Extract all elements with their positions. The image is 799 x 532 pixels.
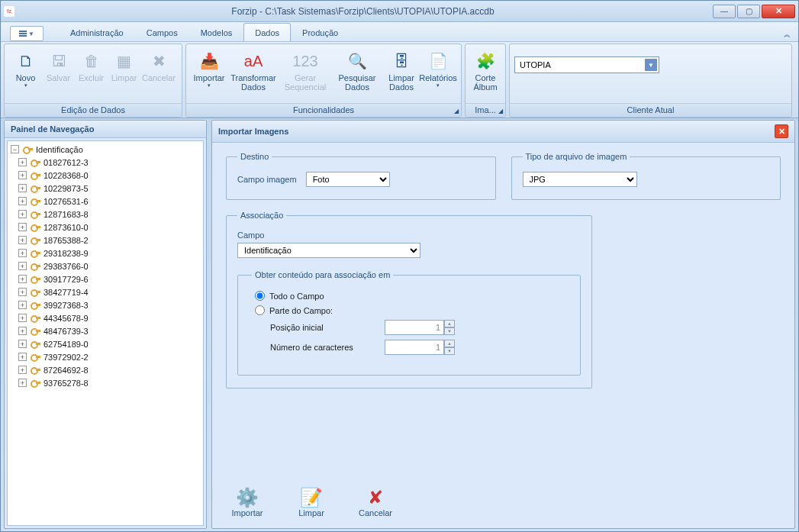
campo-imagem-select[interactable]: Foto [306,172,390,187]
novo-button[interactable]: 🗋Novo▾ [9,47,42,89]
cancelar-button[interactable]: ✖Cancelar [140,47,177,82]
spinner-down-icon[interactable]: ▼ [444,327,455,335]
transformar-button[interactable]: aATransformar Dados [227,47,279,92]
pesquisar-button[interactable]: 🔍Pesquisar Dados [331,47,383,92]
tab-administração[interactable]: Administração [59,23,135,41]
expand-icon[interactable]: + [18,340,27,348]
expand-icon[interactable]: + [18,262,27,270]
expand-icon[interactable]: + [18,379,27,387]
tipo-group: Tipo de arquivo de imagem JPG [511,152,781,200]
expand-icon[interactable]: + [18,158,27,166]
tree-item[interactable]: +38427719-4 [8,285,203,298]
todo-campo-label: Todo o Campo [269,292,324,301]
import-icon: 📥 [197,49,221,73]
limpar-dados-button[interactable]: 🗄Limpar Dados [383,47,420,92]
corte-album-button[interactable]: 🧩Corte Álbum [470,47,501,92]
tree-item[interactable]: +12871683-8 [8,208,203,221]
cancelar-action-button[interactable]: ✘Cancelar [354,487,397,517]
tree-item[interactable]: +48476739-3 [8,324,203,337]
tree-item-label: 38427719-4 [43,288,89,297]
close-button[interactable]: ✕ [762,5,795,18]
tree-item-label: 10229873-5 [43,184,89,193]
tree-item-label: 01827612-3 [43,158,89,167]
tree-item[interactable]: +62754189-0 [8,337,203,350]
cliente-value: UTOPIA [520,60,551,69]
expand-icon[interactable]: + [18,210,27,218]
cliente-select[interactable]: UTOPIA ▼ [514,56,659,73]
minimize-button[interactable]: — [713,5,736,18]
expand-icon[interactable]: + [18,275,27,283]
expand-icon[interactable]: + [18,327,27,335]
todo-campo-radio[interactable] [255,291,265,301]
tab-modelos[interactable]: Modelos [189,23,244,41]
ribbon-collapse-icon[interactable]: ︽ [781,28,794,41]
panel-close-button[interactable]: ✕ [775,124,788,138]
pos-input[interactable] [385,320,444,335]
tree-item[interactable]: +30917729-6 [8,272,203,285]
menubar: ▼ AdministraçãoCamposModelosDadosProduçã… [1,22,798,42]
tree-item[interactable]: +44345678-9 [8,311,203,324]
tree-item[interactable]: +29383766-0 [8,260,203,272]
relatorios-button[interactable]: 📄Relatórios▾ [420,47,456,89]
spinner-up-icon[interactable]: ▲ [444,320,455,327]
expand-icon[interactable]: + [18,353,27,361]
tab-campos[interactable]: Campos [135,23,189,41]
expand-icon[interactable]: + [18,223,27,231]
tree-item[interactable]: +18765388-2 [8,234,203,247]
expand-icon[interactable]: + [18,366,27,374]
parte-campo-radio[interactable] [255,305,265,315]
expand-icon[interactable]: + [18,249,27,257]
tree-item[interactable]: +73972902-2 [8,350,203,363]
tree-root[interactable]: −Identificação [8,143,203,156]
tipo-select[interactable]: JPG [523,172,637,187]
collapse-icon[interactable]: − [11,145,19,153]
key-icon [31,237,41,244]
limpar-button[interactable]: ▦Limpar [108,47,140,82]
expand-icon[interactable]: + [18,288,27,296]
tab-produção[interactable]: Produção [291,23,350,41]
limpar-action-button[interactable]: 📝Limpar [290,487,333,517]
maximize-button[interactable]: ▢ [737,5,760,18]
expand-icon[interactable]: + [18,314,27,322]
expand-icon[interactable]: + [18,301,27,309]
gerar-button[interactable]: 123Gerar Sequencial [279,47,331,92]
campo-select[interactable]: Identificação [237,243,420,258]
nav-title: Painel de Navegação [5,121,206,138]
app-menu-button[interactable]: ▼ [10,26,43,41]
tab-dados[interactable]: Dados [243,23,291,41]
expand-icon[interactable]: + [18,236,27,244]
tree-item[interactable]: +29318238-9 [8,247,203,260]
expand-icon[interactable]: + [18,171,27,179]
key-icon [31,159,41,166]
group-launcher-icon[interactable]: ◢ [454,108,459,114]
search-db-icon: 🔍 [345,49,369,73]
key-icon [31,172,41,179]
tree-item[interactable]: +39927368-3 [8,298,203,311]
excluir-button[interactable]: 🗑Excluir [75,47,108,82]
expand-icon[interactable]: + [18,197,27,205]
tree-item[interactable]: +12873610-0 [8,221,203,234]
tree-item-label: 10228368-0 [43,171,89,180]
importar-ribbon-button[interactable]: 📥Importar▾ [191,47,227,89]
importar-action-button[interactable]: ⚙️Importar [226,487,269,517]
expand-icon[interactable]: + [18,184,27,192]
tree-item-label: 44345678-9 [43,314,89,323]
num-input[interactable] [385,340,444,355]
nav-tree[interactable]: −Identificação+01827612-3+10228368-0+102… [7,140,204,526]
tree-item[interactable]: +87264692-8 [8,363,203,376]
key-icon [31,314,41,322]
group-launcher-icon[interactable]: ◢ [498,108,503,114]
tree-item[interactable]: +01827612-3 [8,156,203,169]
spinner-up-icon[interactable]: ▲ [444,340,455,347]
titlebar: fz Forzip - C:\Task Sistemas\Forzip\Clie… [1,1,798,22]
tree-item[interactable]: +10228368-0 [8,169,203,182]
album-icon: 🧩 [473,49,498,73]
tree-item[interactable]: +10229873-5 [8,182,203,195]
key-icon [31,366,41,374]
tree-item[interactable]: +10276531-6 [8,195,203,208]
group-title-cliente: Cliente Atual [510,103,791,117]
salvar-button[interactable]: 🖫Salvar [42,47,75,82]
spinner-down-icon[interactable]: ▼ [444,347,455,355]
assoc-group: Associação Campo Identificação Obter con… [226,211,592,389]
tree-item[interactable]: +93765278-8 [8,376,203,389]
